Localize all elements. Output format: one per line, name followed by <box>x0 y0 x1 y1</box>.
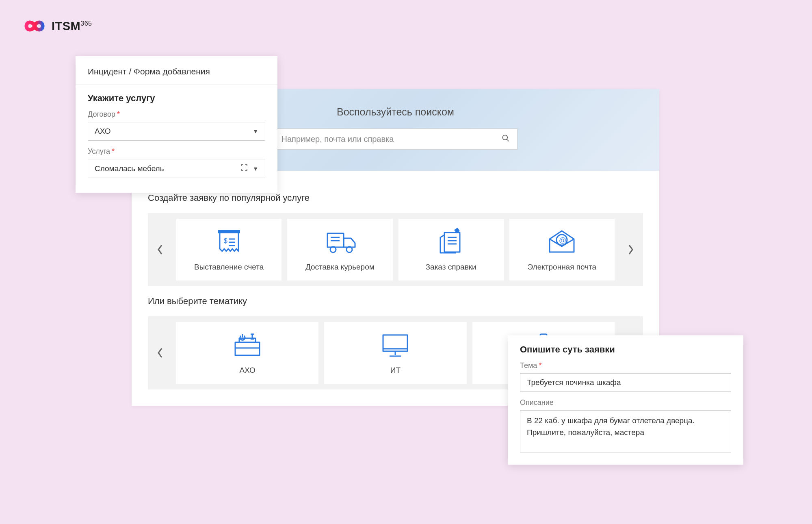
chevron-down-icon: ▼ <box>253 128 258 135</box>
brand-suffix: 365 <box>80 20 92 27</box>
description-textarea[interactable]: В 22 каб. у шкафа для бумаг отлетела две… <box>520 410 731 452</box>
svg-text:$: $ <box>224 237 227 244</box>
search-box[interactable] <box>274 128 518 150</box>
tile-certificate[interactable]: Заказ справки <box>398 219 504 280</box>
incident-header: Инцидент / Форма добавления <box>76 56 277 85</box>
brand-name-text: ITSM <box>52 20 80 33</box>
service-label: Услуга* <box>88 147 265 156</box>
required-mark: * <box>539 361 541 370</box>
service-label-text: Услуга <box>88 147 110 155</box>
tile-invoice[interactable]: $ Выставление счета <box>176 219 281 280</box>
svg-rect-18 <box>235 342 260 355</box>
theme-heading: Или выберите тематику <box>148 296 643 307</box>
svg-text:@: @ <box>559 236 566 244</box>
logo-mark-icon <box>22 18 48 34</box>
brand-name: ITSM365 <box>52 20 92 33</box>
service-value: Сломалась мебель <box>95 164 164 173</box>
description-label: Описание <box>520 398 731 407</box>
contract-label-text: Договор <box>88 110 115 118</box>
describe-title: Опишите суть заявки <box>520 344 731 355</box>
search-icon[interactable] <box>502 134 510 144</box>
subject-label: Тема* <box>520 361 731 370</box>
tile-label: Выставление счета <box>194 263 264 272</box>
popular-tiles: $ Выставление счета <box>172 213 619 286</box>
svg-point-0 <box>502 135 507 140</box>
svg-line-1 <box>507 139 509 141</box>
contract-select[interactable]: АХО ▼ <box>88 122 265 141</box>
carousel-next-button[interactable] <box>619 213 643 286</box>
popular-carousel: $ Выставление счета <box>148 213 643 286</box>
truck-icon <box>322 228 358 257</box>
contract-label: Договор* <box>88 110 265 119</box>
tile-label: Электронная почта <box>528 263 597 272</box>
description-value: В 22 каб. у шкафа для бумаг отлетела две… <box>527 415 724 438</box>
carousel-prev-button[interactable] <box>148 213 172 286</box>
tile-it[interactable]: ИТ <box>324 322 466 384</box>
brand-logo: ITSM365 <box>22 18 92 34</box>
svg-rect-2 <box>218 230 240 233</box>
invoice-icon: $ <box>215 228 243 257</box>
subject-input[interactable]: Требуется починка шкафа <box>520 373 731 392</box>
describe-form-card: Опишите суть заявки Тема* Требуется почи… <box>508 335 743 465</box>
required-mark: * <box>112 147 115 155</box>
toolbox-icon <box>230 331 264 360</box>
tile-label: Доставка курьером <box>305 263 375 272</box>
subject-value: Требуется починка шкафа <box>527 378 621 387</box>
tile-label: АХО <box>239 366 256 375</box>
monitor-icon <box>378 331 412 360</box>
email-icon: @ <box>546 228 578 257</box>
required-mark: * <box>117 110 120 118</box>
expand-icon[interactable] <box>240 164 248 173</box>
chevron-down-icon: ▼ <box>253 165 258 172</box>
popular-heading: Создайте заявку по популярной услуге <box>148 193 643 203</box>
contract-value: АХО <box>95 127 111 136</box>
service-select[interactable]: Сломалась мебель ▼ <box>88 159 265 178</box>
tile-aho[interactable]: АХО <box>176 322 318 384</box>
search-input[interactable] <box>281 135 502 144</box>
carousel-prev-button[interactable] <box>148 316 172 389</box>
tile-label: Заказ справки <box>426 263 476 272</box>
svg-rect-12 <box>444 233 460 252</box>
tile-label: ИТ <box>390 366 401 375</box>
tile-email[interactable]: @ Электронная почта <box>509 219 615 280</box>
incident-form-card: Инцидент / Форма добавления Укажите услу… <box>76 56 277 193</box>
document-icon <box>435 228 466 257</box>
subject-label-text: Тема <box>520 361 537 370</box>
specify-service-title: Укажите услугу <box>88 93 265 104</box>
tile-courier[interactable]: Доставка курьером <box>287 219 392 280</box>
